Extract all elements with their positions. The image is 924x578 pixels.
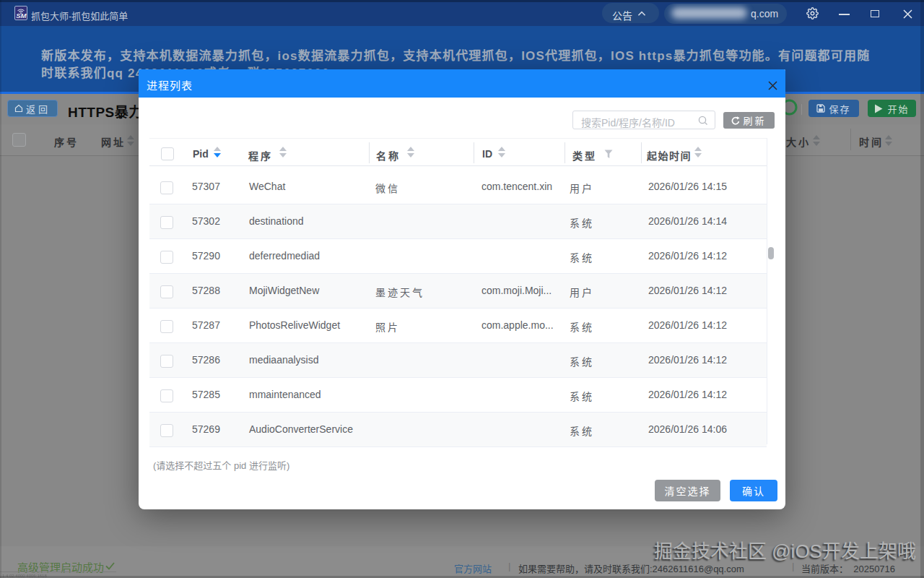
- svg-text:SM: SM: [16, 12, 27, 20]
